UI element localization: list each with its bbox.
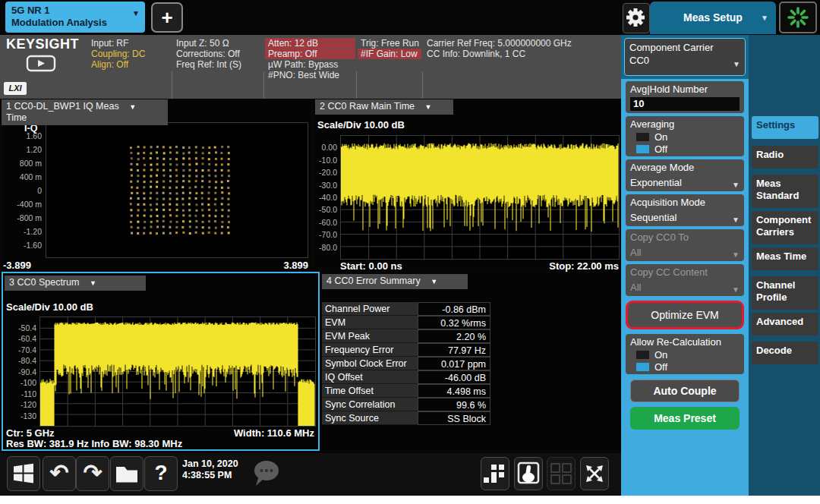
- window1-title-dropdown[interactable]: 1 CC0-DL_BWP1 IQ Meas ▼ Time: [2, 99, 168, 125]
- averaging-on-option[interactable]: On: [630, 131, 740, 143]
- raw-main-time-trace: [341, 136, 619, 259]
- component-carrier-dropdown[interactable]: Component Carrier CC0 ▼: [624, 38, 746, 76]
- windows-logo-icon: [8, 457, 39, 490]
- acquisition-mode-dropdown[interactable]: Acquisition Mode Sequential▼: [626, 194, 744, 226]
- meas-preset-button[interactable]: Meas Preset: [630, 407, 740, 430]
- message-bubble-button[interactable]: [251, 458, 284, 493]
- sidebar-tab-settings[interactable]: Settings: [752, 116, 818, 139]
- metric-label: Frequency Error: [322, 343, 418, 357]
- average-mode-dropdown[interactable]: Average Mode Exponential▼: [626, 159, 744, 191]
- window-error-summary[interactable]: 4 CC0 Error Summary ▼ Channel Power-0.86…: [322, 272, 621, 451]
- system-info-line: Align: Off: [88, 59, 170, 70]
- allow-recalc-on-option[interactable]: On: [630, 349, 740, 361]
- raw-main-time-plot[interactable]: [340, 135, 620, 260]
- top-bar: 5G NR 1 Modulation Analysis ▼ +: [0, 0, 820, 35]
- toggle-indicator-icon: [636, 351, 649, 359]
- window1-title-line2: Time: [6, 112, 27, 123]
- iq-constellation-plot[interactable]: [46, 122, 308, 258]
- gear-button[interactable]: [623, 3, 650, 33]
- window-spectrum-selected[interactable]: 3 CC0 Spectrum ▼ Scale/Div 10.00 dB -50.…: [2, 272, 320, 451]
- system-info-bar: KEYSIGHT LXI Input: RFCoupling: DCAlign:…: [0, 35, 621, 99]
- sidebar-tab-decode[interactable]: Decode: [752, 342, 818, 364]
- windows-start-button[interactable]: [7, 456, 40, 491]
- averaging-label: Averaging: [630, 118, 740, 131]
- table-row: Sync SourceSS Block: [322, 411, 490, 425]
- time-label: 4:38:55 PM: [182, 470, 232, 480]
- sidebar-tab-advanced[interactable]: Advanced: [752, 313, 818, 335]
- metric-value: SS Block: [418, 411, 490, 425]
- fullscreen-button[interactable]: [580, 457, 609, 490]
- redo-button[interactable]: ↷: [76, 456, 109, 491]
- undo-button[interactable]: ↶: [43, 456, 76, 491]
- input-source-icon: [26, 55, 56, 77]
- copy-cc-content-dropdown: Copy CC Content All▼: [626, 264, 744, 296]
- y-axis-tick: 1.60: [2, 131, 42, 140]
- chevron-down-icon: ▼: [732, 214, 740, 226]
- auto-couple-button[interactable]: Auto Couple: [630, 380, 740, 402]
- window-layout-button[interactable]: [481, 457, 509, 490]
- allow-recalculation-toggle[interactable]: Allow Re-Calculation On Off: [626, 334, 744, 374]
- grid-layout-disabled-button: [547, 457, 576, 490]
- off-label: Off: [654, 143, 667, 155]
- y-axis-tick: -90.4: [3, 367, 36, 376]
- window4-title-dropdown[interactable]: 4 CC0 Error Summary ▼: [322, 274, 468, 289]
- metric-value: 2.20 %: [418, 329, 490, 343]
- metric-label: Time Offset: [322, 384, 418, 398]
- chevron-down-icon: ▼: [132, 8, 140, 20]
- avg-hold-number-field[interactable]: Avg|Hold Number 10: [626, 81, 744, 113]
- input-status-column: Input: RFCoupling: DCAlign: Off: [88, 38, 170, 70]
- help-button[interactable]: ?: [144, 456, 178, 491]
- chevron-down-icon: ▼: [732, 249, 740, 261]
- spectrum-plot[interactable]: [39, 317, 316, 427]
- averaging-toggle[interactable]: Averaging On Off: [626, 116, 744, 156]
- page: 5G NR 1 Modulation Analysis ▼ +: [0, 0, 820, 504]
- window4-title: 4 CC0 Error Summary: [326, 276, 421, 286]
- gear-icon: [623, 4, 648, 31]
- y-axis-tick: -10.0: [314, 156, 337, 165]
- system-info-line: Preamp: Off: [265, 49, 355, 59]
- off-label: Off: [654, 361, 667, 373]
- window3-title-dropdown[interactable]: 3 CC0 Spectrum ▼: [5, 276, 146, 291]
- avg-hold-value[interactable]: 10: [630, 97, 740, 111]
- toggle-indicator-icon: [636, 133, 649, 141]
- window-raw-main-time[interactable]: 2 CC0 Raw Main Time ▼ Scale/Div 10.00 dB…: [314, 99, 621, 271]
- metric-label: EVM Peak: [322, 329, 418, 343]
- center-freq-label: Ctr: 5 GHz: [6, 427, 55, 439]
- keysight-logo: KEYSIGHT: [6, 36, 79, 52]
- y-axis-tick: -20.0: [314, 168, 337, 177]
- busy-indicator-button[interactable]: [779, 2, 817, 33]
- window-iq-meas-time[interactable]: 1 CC0-DL_BWP1 IQ Meas ▼ Time I-Q 1.601.2…: [2, 99, 311, 271]
- sidebar-tab-radio[interactable]: Radio: [752, 146, 818, 169]
- averaging-off-option[interactable]: Off: [630, 143, 740, 155]
- file-explorer-button[interactable]: [110, 456, 144, 491]
- y-axis-tick: 0: [2, 186, 42, 195]
- sidebar-tab-component-carriers[interactable]: Component Carriers: [752, 211, 818, 244]
- chevron-down-icon: ▼: [733, 58, 740, 71]
- window3-title: 3 CC0 Spectrum: [9, 277, 79, 288]
- start-time-label: Start: 0.00 ns: [340, 260, 402, 272]
- optimize-evm-button[interactable]: Optimize EVM: [626, 301, 744, 329]
- menu-panel-header[interactable]: Meas Setup ▼: [650, 2, 776, 34]
- spinner-icon: [781, 3, 815, 32]
- sidebar-tab-meas-standard[interactable]: Meas Standard: [752, 175, 818, 208]
- metric-label: EVM: [322, 316, 418, 329]
- stop-time-label: Stop: 22.00 ms: [549, 260, 619, 272]
- sidebar-tab-meas-time[interactable]: Meas Time: [752, 247, 818, 270]
- system-info-line: Freq Ref: Int (S): [173, 59, 263, 70]
- measurement-tab[interactable]: 5G NR 1 Modulation Analysis ▼: [5, 2, 145, 33]
- on-label: On: [654, 131, 667, 143]
- window2-title-dropdown[interactable]: 2 CC0 Raw Main Time ▼: [315, 99, 453, 115]
- allow-recalc-off-option[interactable]: Off: [630, 361, 740, 373]
- y-axis-tick: 0.00: [314, 143, 337, 152]
- chevron-down-icon: ▼: [129, 103, 136, 111]
- add-measurement-button[interactable]: +: [151, 2, 183, 33]
- bottom-bar: ↶ ↷ ? Jan 10, 2020 4:38:55 PM: [0, 453, 621, 496]
- measurement-tab-line1: 5G NR 1: [11, 5, 50, 16]
- chevron-down-icon: ▼: [90, 279, 96, 287]
- redo-icon: ↷: [83, 460, 102, 485]
- metric-label: Sync Correlation: [322, 398, 418, 411]
- y-axis-tick: -130: [3, 411, 36, 421]
- chat-bubble-icon: [251, 458, 284, 490]
- touch-select-window-button[interactable]: [514, 457, 543, 490]
- sidebar-tab-channel-profile[interactable]: Channel Profile: [752, 276, 818, 310]
